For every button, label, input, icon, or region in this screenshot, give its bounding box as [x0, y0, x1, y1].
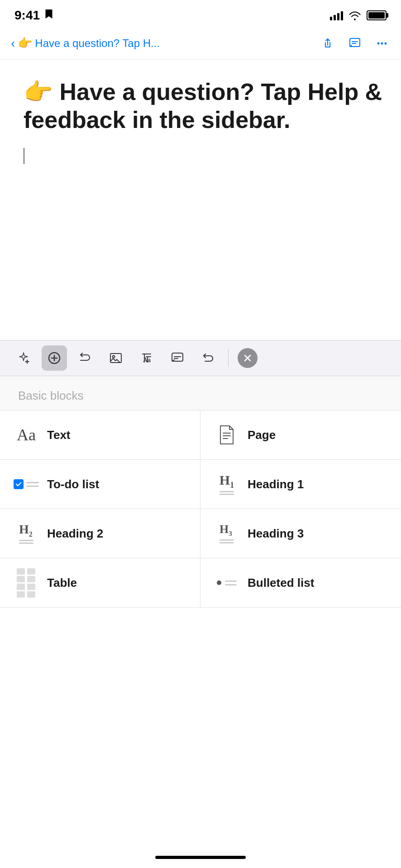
- wifi-icon: [348, 10, 361, 20]
- status-bar: 9:41: [0, 0, 401, 27]
- block-item-todo[interactable]: To-do list: [0, 460, 200, 509]
- block-item-heading1[interactable]: H1 Heading 1: [200, 460, 401, 509]
- more-button[interactable]: [374, 35, 390, 52]
- svg-point-6: [113, 356, 115, 358]
- block-item-heading3[interactable]: H3 Heading 3: [200, 509, 401, 558]
- ai-button[interactable]: [11, 345, 36, 371]
- block-item-bullet-label: Bulleted list: [248, 576, 314, 590]
- undo-button[interactable]: [196, 345, 221, 371]
- media-button[interactable]: [103, 345, 129, 371]
- text-format-button[interactable]: Aa: [134, 345, 159, 371]
- page-title: 👉 Have a question? Tap Help & feedback i…: [24, 78, 385, 134]
- comment-toolbar-button[interactable]: [165, 345, 190, 371]
- todo-icon: [14, 472, 38, 496]
- h3-icon: H3: [215, 522, 239, 545]
- add-block-button[interactable]: [42, 345, 67, 371]
- nav-title: Have a question? Tap H...: [35, 37, 160, 50]
- svg-point-3: [385, 42, 387, 44]
- nav-actions: [320, 35, 390, 52]
- close-keyboard-button[interactable]: [238, 348, 258, 368]
- navigation-bar: ‹ 👉 Have a question? Tap H...: [0, 27, 401, 60]
- title-emoji: 👉: [24, 79, 53, 105]
- battery-icon: [367, 10, 387, 20]
- table-icon: [14, 571, 38, 594]
- block-item-h1-label: Heading 1: [248, 477, 304, 491]
- svg-rect-5: [110, 354, 121, 363]
- section-title: Basic blocks: [0, 376, 401, 410]
- back-arrow-icon[interactable]: ‹: [11, 37, 15, 50]
- cursor-line: [24, 145, 385, 168]
- block-item-h2-label: Heading 2: [47, 527, 103, 541]
- page-icon: [215, 423, 239, 447]
- block-panel: Basic blocks Aa Text Page: [0, 376, 401, 608]
- svg-point-2: [381, 42, 383, 44]
- svg-text:Aa: Aa: [143, 357, 151, 363]
- toolbar-divider: [228, 349, 229, 367]
- home-bar: [155, 856, 246, 859]
- toolbar: Aa: [0, 340, 401, 376]
- share-button[interactable]: [320, 35, 336, 52]
- nav-back[interactable]: ‹ 👉 Have a question? Tap H...: [11, 36, 320, 50]
- status-icons: [330, 10, 387, 20]
- text-cursor: [24, 148, 24, 164]
- block-item-page[interactable]: Page: [200, 410, 401, 460]
- block-grid: Aa Text Page: [0, 410, 401, 608]
- content-area[interactable]: 👉 Have a question? Tap Help & feedback i…: [0, 60, 401, 340]
- block-item-table[interactable]: Table: [0, 558, 200, 608]
- h2-icon: H2: [14, 522, 38, 545]
- bullet-icon: [215, 571, 239, 594]
- block-item-text[interactable]: Aa Text: [0, 410, 200, 460]
- bookmark-icon: [44, 8, 53, 23]
- block-item-table-label: Table: [47, 576, 77, 590]
- turn-into-button[interactable]: [72, 345, 98, 371]
- home-indicator: [0, 846, 401, 868]
- svg-point-1: [377, 42, 380, 44]
- block-item-todo-label: To-do list: [47, 477, 99, 491]
- h1-icon: H1: [215, 472, 239, 496]
- block-item-h3-label: Heading 3: [248, 527, 304, 541]
- block-item-text-label: Text: [47, 428, 71, 442]
- status-time: 9:41: [14, 8, 53, 23]
- nav-emoji: 👉: [18, 36, 32, 50]
- comment-button[interactable]: [347, 35, 363, 52]
- block-item-heading2[interactable]: H2 Heading 2: [0, 509, 200, 558]
- text-icon: Aa: [14, 423, 38, 447]
- block-item-bulleted[interactable]: Bulleted list: [200, 558, 401, 608]
- block-item-page-label: Page: [248, 428, 276, 442]
- signal-bars-icon: [330, 10, 343, 20]
